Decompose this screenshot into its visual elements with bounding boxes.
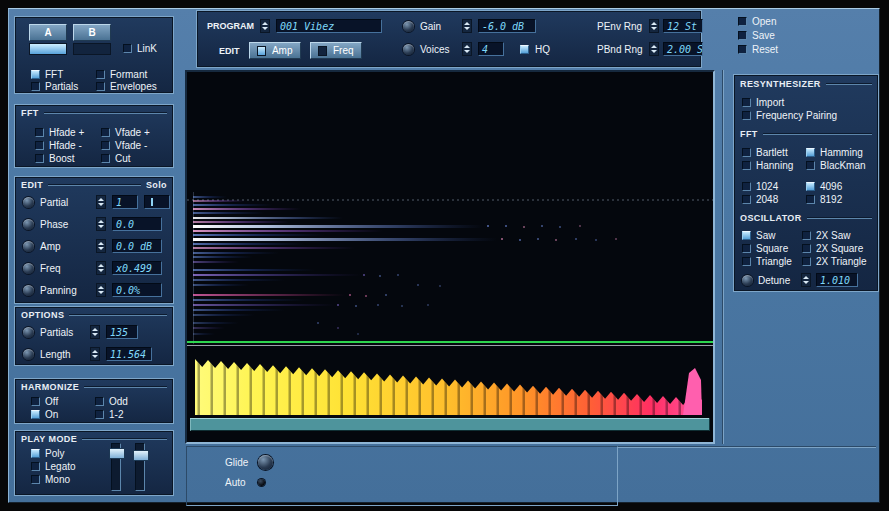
partial-stepper[interactable]: [96, 195, 106, 209]
fft-8192-checkbox[interactable]: 8192: [806, 194, 842, 205]
checkbox-box[interactable]: [742, 111, 751, 120]
mono-checkbox[interactable]: Mono: [31, 474, 70, 485]
triangle-checkbox[interactable]: Triangle: [742, 256, 792, 267]
increment-icon[interactable]: [98, 242, 104, 245]
2x-triangle-checkbox[interactable]: 2X Triangle: [802, 256, 867, 267]
2x-saw-checkbox[interactable]: 2X Saw: [802, 230, 850, 241]
partials-count-stepper[interactable]: [90, 325, 100, 339]
checkbox-box[interactable]: [802, 257, 811, 266]
hq-checkbox[interactable]: [520, 45, 529, 54]
checkbox-box[interactable]: [738, 17, 747, 26]
2x-square-checkbox[interactable]: 2X Square: [802, 243, 863, 254]
detune-knob[interactable]: [742, 275, 753, 286]
checkbox-box[interactable]: [742, 257, 751, 266]
checkbox-box[interactable]: [742, 161, 751, 170]
link-checkbox-box[interactable]: [123, 44, 132, 53]
partials-count-field[interactable]: 135: [106, 325, 138, 339]
partial-position-indicator[interactable]: [144, 195, 170, 209]
checkbox-box[interactable]: [742, 195, 751, 204]
checkbox-box[interactable]: [96, 82, 105, 91]
amp-stepper[interactable]: [96, 239, 106, 253]
decrement-icon[interactable]: [651, 50, 657, 53]
checkbox-box[interactable]: [101, 154, 110, 163]
phase-stepper[interactable]: [96, 217, 106, 231]
fft-2048-checkbox[interactable]: 2048: [742, 194, 778, 205]
decrement-icon[interactable]: [92, 333, 98, 336]
checkbox-box[interactable]: [31, 70, 40, 79]
decrement-icon[interactable]: [98, 291, 104, 294]
phase-value-field[interactable]: 0.0: [112, 217, 162, 231]
checkbox-box[interactable]: [31, 82, 40, 91]
cut-checkbox[interactable]: Cut: [101, 153, 131, 164]
harmonize-off-checkbox[interactable]: Off: [31, 396, 58, 407]
voices-knob[interactable]: [403, 44, 414, 55]
checkbox-box[interactable]: [802, 244, 811, 253]
bartlett-checkbox[interactable]: Bartlett: [742, 147, 788, 158]
vfade-plus-checkbox[interactable]: Vfade +: [101, 127, 150, 138]
square-checkbox[interactable]: Square: [742, 243, 788, 254]
increment-icon[interactable]: [92, 328, 98, 331]
checkbox-box[interactable]: [806, 195, 815, 204]
checkbox-box[interactable]: [806, 182, 815, 191]
checkbox-box[interactable]: [738, 31, 747, 40]
fft-1024-checkbox[interactable]: 1024: [742, 181, 778, 192]
penv-value-field[interactable]: 12 St: [663, 19, 703, 33]
mode-fft-checkbox[interactable]: FFT: [31, 69, 63, 80]
increment-icon[interactable]: [98, 198, 104, 201]
increment-icon[interactable]: [262, 22, 268, 25]
playmode-slider-b[interactable]: [135, 443, 145, 491]
detune-value-field[interactable]: 1.010: [816, 273, 858, 287]
checkbox-box[interactable]: [742, 244, 751, 253]
slider-handle[interactable]: [133, 450, 149, 461]
decrement-icon[interactable]: [803, 281, 809, 284]
decrement-icon[interactable]: [98, 247, 104, 250]
decrement-icon[interactable]: [464, 50, 470, 53]
freq-value-field[interactable]: x0.499: [112, 261, 162, 275]
decrement-icon[interactable]: [92, 355, 98, 358]
phase-knob[interactable]: [23, 219, 34, 230]
reset-checkbox[interactable]: Reset: [738, 44, 778, 55]
spectrogram-canvas[interactable]: [187, 72, 713, 442]
legato-checkbox[interactable]: Legato: [31, 461, 76, 472]
auto-toggle[interactable]: [258, 479, 265, 486]
increment-icon[interactable]: [98, 264, 104, 267]
increment-icon[interactable]: [803, 276, 809, 279]
layer-b-tab[interactable]: B: [73, 24, 111, 55]
decrement-icon[interactable]: [651, 27, 657, 30]
blackman-checkbox[interactable]: BlacKman: [806, 160, 866, 171]
checkbox-box[interactable]: [35, 141, 44, 150]
detune-stepper[interactable]: [801, 273, 811, 287]
harmonize-12-checkbox[interactable]: 1-2: [95, 409, 123, 420]
save-checkbox[interactable]: Save: [738, 30, 775, 41]
voices-stepper[interactable]: [462, 42, 472, 56]
checkbox-box[interactable]: [31, 449, 40, 458]
panning-stepper[interactable]: [96, 283, 106, 297]
checkbox-box[interactable]: [742, 182, 751, 191]
hanning-checkbox[interactable]: Hanning: [742, 160, 793, 171]
checkbox-box[interactable]: [35, 128, 44, 137]
program-name-field[interactable]: 001_Vibez: [276, 19, 382, 33]
amp-value-field[interactable]: 0.0 dB: [112, 239, 162, 253]
layer-a-tab[interactable]: A: [29, 24, 67, 55]
vfade-minus-checkbox[interactable]: Vfade -: [101, 140, 147, 151]
hfade-plus-checkbox[interactable]: Hfade +: [35, 127, 84, 138]
checkbox-box[interactable]: [802, 231, 811, 240]
increment-icon[interactable]: [651, 45, 657, 48]
harmonize-on-checkbox[interactable]: On: [31, 409, 58, 420]
amp-mode-button[interactable]: Amp: [249, 42, 301, 59]
checkbox-box[interactable]: [96, 70, 105, 79]
decrement-icon[interactable]: [98, 203, 104, 206]
harmonize-odd-checkbox[interactable]: Odd: [95, 396, 128, 407]
mode-partials-checkbox[interactable]: Partials: [31, 81, 78, 92]
length-field[interactable]: 11.564: [106, 347, 152, 361]
hfade-minus-checkbox[interactable]: Hfade -: [35, 140, 82, 151]
length-stepper[interactable]: [90, 347, 100, 361]
panning-knob[interactable]: [23, 285, 34, 296]
decrement-icon[interactable]: [98, 225, 104, 228]
checkbox-box[interactable]: [101, 128, 110, 137]
spectral-display[interactable]: [185, 70, 715, 444]
program-stepper[interactable]: [260, 19, 270, 33]
poly-checkbox[interactable]: Poly: [31, 448, 64, 459]
hamming-checkbox[interactable]: Hamming: [806, 147, 863, 158]
checkbox-box[interactable]: [31, 410, 40, 419]
